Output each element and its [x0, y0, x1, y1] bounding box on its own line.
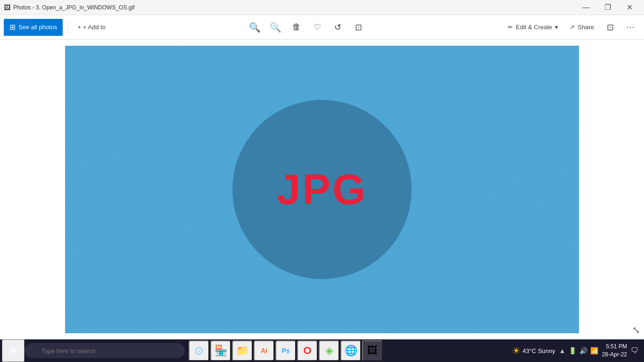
sun-icon: ☀	[512, 345, 520, 356]
3d-icon: ◈	[325, 345, 333, 357]
taskbar-explorer-button[interactable]: 📁	[232, 340, 253, 361]
title-bar: 🖼 Photos - 3. Open_a_JPG_in_WINDOWS_OS.g…	[0, 0, 644, 15]
taskbar-chrome-button[interactable]: 🌐	[340, 340, 361, 361]
illustrator-icon: Ai	[261, 347, 267, 354]
taskbar-photoshop-button[interactable]: Ps	[275, 340, 296, 361]
title-bar-title: Photos - 3. Open_a_JPG_in_WINDOWS_OS.gif	[13, 4, 134, 11]
fit-window-icon: ⊡	[607, 22, 614, 33]
zoom-out-icon: 🔍	[270, 22, 281, 33]
add-icon: +	[77, 24, 81, 31]
network-icon[interactable]: 📶	[590, 347, 598, 354]
heart-icon: ♡	[314, 22, 321, 33]
date-display: 28-Apr-22	[602, 351, 627, 359]
taskbar-cortana-button[interactable]: ⊙	[189, 340, 209, 361]
weather-widget[interactable]: ☀ 43°C Sunny	[512, 345, 555, 356]
taskbar-photos-button[interactable]: 🖼	[362, 340, 383, 361]
add-to-button[interactable]: + + Add to	[73, 18, 110, 37]
see-all-photos-button[interactable]: ⊞ See all photos	[4, 19, 63, 36]
expand-icon[interactable]: ⤡	[632, 324, 640, 336]
photos-icon: 🖼	[367, 345, 378, 357]
toolbar-divider-1	[67, 20, 68, 34]
windows-icon: ⊞	[9, 345, 17, 356]
edit-create-button[interactable]: ✏ Edit & Create ▾	[503, 18, 563, 37]
clock[interactable]: 5:51 PM 28-Apr-22	[602, 343, 627, 359]
search-wrapper: 🔍	[25, 343, 185, 358]
rotate-button[interactable]: ↺	[329, 18, 347, 37]
delete-icon: 🗑	[292, 22, 301, 32]
image-background: JPG	[65, 46, 579, 333]
favorite-button[interactable]: ♡	[308, 18, 327, 37]
title-bar-controls: — ❐ ✕	[575, 0, 640, 15]
opera-icon: O	[303, 345, 311, 357]
crop-button[interactable]: ⊡	[349, 18, 368, 37]
weather-text: 43°C Sunny	[522, 347, 555, 354]
cortana-icon: ⊙	[194, 344, 204, 357]
zoom-in-icon: 🔍	[249, 22, 261, 33]
main-image-area: JPG ⤡	[0, 40, 644, 339]
photoshop-icon: Ps	[281, 347, 289, 354]
explorer-icon: 📁	[236, 345, 249, 357]
search-input[interactable]	[25, 343, 185, 358]
fit-window-button[interactable]: ⊡	[601, 18, 619, 37]
volume-icon[interactable]: 🔊	[579, 347, 587, 354]
notification-icon[interactable]: 🗨	[631, 346, 638, 355]
start-button[interactable]: ⊞	[2, 339, 25, 362]
zoom-out-button[interactable]: 🔍	[266, 18, 285, 37]
toolbar: ⊞ See all photos + + Add to 🔍 🔍 🗑 ♡ ↺ ⊡ …	[0, 15, 644, 40]
time-display: 5:51 PM	[602, 343, 627, 351]
system-tray: ▲ 🔋 🔊 📶	[559, 347, 598, 354]
delete-button[interactable]: 🗑	[287, 18, 306, 37]
share-button[interactable]: ↗ Share	[565, 18, 599, 37]
image-container: JPG	[65, 46, 579, 333]
app-icon: 🖼	[4, 4, 10, 11]
battery-icon[interactable]: 🔋	[569, 347, 577, 354]
chevron-up-icon[interactable]: ▲	[559, 347, 566, 354]
close-button[interactable]: ✕	[619, 0, 640, 15]
circle-shape: JPG	[232, 100, 412, 279]
minimize-button[interactable]: —	[575, 0, 597, 15]
more-button[interactable]: ···	[621, 18, 640, 37]
chevron-down-icon: ▾	[555, 24, 558, 31]
taskbar-store-button[interactable]: 🏪	[210, 340, 231, 361]
zoom-in-button[interactable]: 🔍	[246, 18, 264, 37]
chrome-icon: 🌐	[345, 345, 357, 357]
taskbar-3d-button[interactable]: ◈	[319, 340, 339, 361]
store-icon: 🏪	[215, 345, 227, 357]
photos-grid-icon: ⊞	[9, 23, 16, 32]
toolbar-right: ✏ Edit & Create ▾ ↗ Share ⊡ ···	[503, 18, 640, 37]
maximize-button[interactable]: ❐	[597, 0, 619, 15]
more-icon: ···	[627, 22, 635, 32]
share-icon: ↗	[570, 24, 575, 31]
jpg-text: JPG	[277, 165, 367, 214]
taskbar-illustrator-button[interactable]: Ai	[254, 340, 274, 361]
edit-icon: ✏	[508, 24, 513, 31]
taskbar-apps: ⊙ 🏪 📁 Ai Ps O ◈ 🌐 🖼	[189, 340, 383, 361]
taskbar: ⊞ 🔍 ⊙ 🏪 📁 Ai Ps O ◈ 🌐 🖼	[0, 339, 644, 362]
rotate-icon: ↺	[334, 22, 341, 33]
taskbar-opera-button[interactable]: O	[297, 340, 318, 361]
taskbar-right: ☀ 43°C Sunny ▲ 🔋 🔊 📶 5:51 PM 28-Apr-22 🗨	[512, 343, 642, 359]
crop-icon: ⊡	[355, 22, 362, 33]
title-bar-left: 🖼 Photos - 3. Open_a_JPG_in_WINDOWS_OS.g…	[4, 4, 134, 11]
